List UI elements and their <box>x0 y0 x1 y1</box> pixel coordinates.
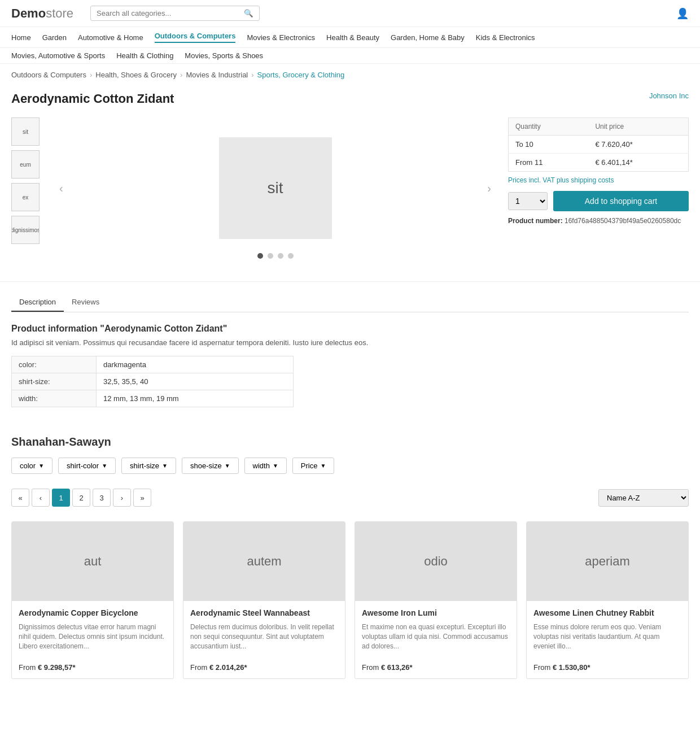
filters-section: Shanahan-Sawayn color ▼ shirt-color ▼ sh… <box>0 430 700 474</box>
product-card-1: autem Aerodynamic Steel Wannabeast Delec… <box>183 521 345 679</box>
attr-key-color: color: <box>12 356 97 373</box>
nav-movies-sports-shoes[interactable]: Movies, Sports & Shoes <box>185 51 263 60</box>
logo-bold: Demo <box>11 6 46 20</box>
filter-shirt-size-arrow: ▼ <box>162 463 168 469</box>
card-desc-0: Dignissimos delectus vitae error harum m… <box>19 622 167 656</box>
product-info-section: Product information "Aerodynamic Cotton … <box>0 312 700 430</box>
tab-description[interactable]: Description <box>11 293 64 312</box>
page-3-button[interactable]: 3 <box>93 489 111 507</box>
card-title-1: Aerodynamic Steel Wannabeast <box>190 608 338 618</box>
main-product-image: sit <box>219 137 332 239</box>
product-card-0: aut Aerodynamic Copper Bicyclone Digniss… <box>11 521 174 679</box>
quantity-select[interactable]: 1 2 3 5 10 <box>508 192 548 210</box>
page-prev-button[interactable]: ‹ <box>32 489 50 507</box>
card-body-2: Awesome Iron Lumi Et maxime non ea quasi… <box>355 601 517 678</box>
nav-outdoors-computers[interactable]: Outdoors & Computers <box>155 32 236 43</box>
nav-kids-electronics[interactable]: Kids & Electronics <box>476 33 535 42</box>
breadcrumb-current[interactable]: Sports, Grocery & Clothing <box>257 71 345 79</box>
nav-movies-electronics[interactable]: Movies & Electronics <box>247 33 315 42</box>
product-info-panel: Quantity Unit price To 10 € 7.620,40* Fr… <box>508 117 689 259</box>
page-2-button[interactable]: 2 <box>72 489 90 507</box>
card-image-text-0: aut <box>84 554 102 569</box>
price-table-qty-header: Quantity <box>509 118 589 136</box>
dot-1[interactable] <box>257 253 263 259</box>
filter-shoe-size-arrow: ▼ <box>225 463 230 469</box>
filter-color-arrow: ▼ <box>38 463 44 469</box>
nav-automotive-home[interactable]: Automotive & Home <box>78 33 143 42</box>
price-row-1: To 10 € 7.620,40* <box>509 136 689 154</box>
nav-health-beauty[interactable]: Health & Beauty <box>326 33 379 42</box>
card-desc-1: Delectus rem ducimus doloribus. In velit… <box>190 622 338 656</box>
filter-width-label: width <box>253 461 270 470</box>
manufacturer-link[interactable]: Johnson Inc <box>649 92 689 100</box>
logo[interactable]: Demostore <box>11 6 73 21</box>
card-body-3: Awesome Linen Chutney Rabbit Esse minus … <box>527 601 688 678</box>
price-table: Quantity Unit price To 10 € 7.620,40* Fr… <box>508 117 689 172</box>
thumbnail-2[interactable]: ex <box>11 183 40 211</box>
card-price-3: From € 1.530,80* <box>533 663 681 672</box>
breadcrumb-movies-industrial[interactable]: Movies & Industrial <box>186 71 248 79</box>
nav-health-clothing[interactable]: Health & Clothing <box>116 51 173 60</box>
filter-shirt-color[interactable]: shirt-color ▼ <box>58 458 116 474</box>
breadcrumb-health[interactable]: Health, Shoes & Grocery <box>95 71 177 79</box>
filter-price[interactable]: Price ▼ <box>292 458 335 474</box>
filter-shirt-color-arrow: ▼ <box>102 463 107 469</box>
page-next-button[interactable]: › <box>113 489 131 507</box>
add-to-cart-button[interactable]: Add to shopping cart <box>553 191 689 211</box>
product-info-title: Product information "Aerodynamic Cotton … <box>11 324 689 334</box>
image-prev-button[interactable]: ‹ <box>59 182 63 195</box>
dot-3[interactable] <box>278 253 283 259</box>
dot-4[interactable] <box>288 253 294 259</box>
attr-value-color: darkmagenta <box>97 356 294 373</box>
card-price-value-0: € 9.298,57* <box>38 663 76 672</box>
breadcrumb-outdoors[interactable]: Outdoors & Computers <box>11 71 86 79</box>
filter-width[interactable]: width ▼ <box>244 458 287 474</box>
thumbnail-3[interactable]: dignissimos <box>11 216 40 244</box>
filter-shirt-size-label: shirt-size <box>130 461 159 470</box>
nav-primary: Home Garden Automotive & Home Outdoors &… <box>0 27 700 48</box>
search-input[interactable] <box>97 9 244 18</box>
filter-shirt-size[interactable]: shirt-size ▼ <box>121 458 176 474</box>
page-first-button[interactable]: « <box>11 489 29 507</box>
dot-2[interactable] <box>268 253 273 259</box>
search-button[interactable]: 🔍 <box>244 9 253 18</box>
product-title: Aerodynamic Cotton Zidant <box>11 92 174 106</box>
tabs: Description Reviews <box>11 293 689 312</box>
page-last-button[interactable]: » <box>133 489 151 507</box>
sort-select[interactable]: Name A-Z Name Z-A Price ASC Price DESC <box>598 489 689 507</box>
nav-home[interactable]: Home <box>11 33 31 42</box>
card-price-value-1: € 2.014,26* <box>209 663 247 672</box>
user-icon[interactable]: 👤 <box>676 7 689 20</box>
thumbnail-1[interactable]: eum <box>11 150 40 178</box>
filter-price-arrow: ▼ <box>320 463 326 469</box>
product-header: Aerodynamic Cotton Zidant Johnson Inc <box>11 92 689 106</box>
filter-color[interactable]: color ▼ <box>11 458 53 474</box>
attr-row-shirt-size: shirt-size: 32,5, 35,5, 40 <box>12 373 294 390</box>
filter-row: color ▼ shirt-color ▼ shirt-size ▼ shoe-… <box>11 458 689 474</box>
filter-shirt-color-label: shirt-color <box>67 461 99 470</box>
card-image-0: aut <box>12 522 173 601</box>
attr-row-color: color: darkmagenta <box>12 356 294 373</box>
card-body-1: Aerodynamic Steel Wannabeast Delectus re… <box>183 601 345 678</box>
attr-key-width: width: <box>12 390 97 407</box>
card-price-1: From € 2.014,26* <box>190 663 338 672</box>
filter-shoe-size[interactable]: shoe-size ▼ <box>182 458 239 474</box>
price-row-2: From 11 € 6.401,14* <box>509 154 689 172</box>
filter-width-arrow: ▼ <box>273 463 278 469</box>
nav-movies-auto-sports[interactable]: Movies, Automotive & Sports <box>11 51 105 60</box>
product-section: Aerodynamic Cotton Zidant Johnson Inc si… <box>0 86 700 270</box>
page-1-button[interactable]: 1 <box>52 489 70 507</box>
tab-reviews[interactable]: Reviews <box>64 293 107 312</box>
logo-light: store <box>46 6 73 20</box>
product-card-3: aperiam Awesome Linen Chutney Rabbit Ess… <box>526 521 689 679</box>
card-desc-3: Esse minus dolore rerum eos quo. Veniam … <box>533 622 681 656</box>
card-price-value-2: € 613,26* <box>381 663 413 672</box>
nav-garden[interactable]: Garden <box>42 33 67 42</box>
thumbnail-0[interactable]: sit <box>11 117 40 146</box>
price-value-1: € 7.620,40* <box>588 136 688 154</box>
search-bar: 🔍 <box>90 6 260 21</box>
product-number-value: 16fd76a488504379bf49a5e0260580dc <box>565 217 681 225</box>
nav-garden-home-baby[interactable]: Garden, Home & Baby <box>391 33 465 42</box>
vat-text: Prices incl. VAT plus shipping costs <box>508 176 689 184</box>
image-next-button[interactable]: › <box>487 182 491 195</box>
